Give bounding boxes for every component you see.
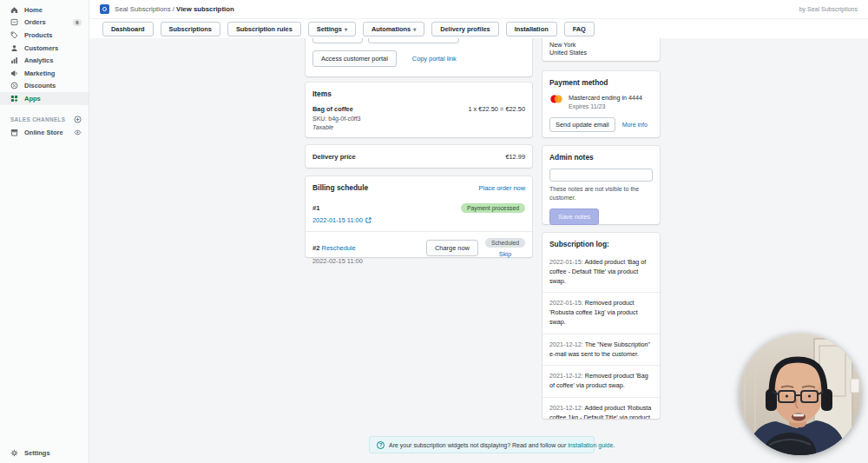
presenter-video	[740, 334, 861, 455]
payment-method-card: Payment method Mastercard ending in 4444…	[542, 71, 660, 137]
sidebar-item-products[interactable]: Products	[0, 29, 89, 42]
sidebar-item-customers[interactable]: Customers	[0, 42, 89, 55]
storefront-icon	[10, 129, 18, 136]
send-update-email-button[interactable]: Send update email	[549, 117, 615, 132]
admin-notes-helper: These notes are not visible to the custo…	[549, 185, 653, 202]
save-notes-button[interactable]: Save notes	[549, 208, 599, 225]
tab-subscription-rules[interactable]: Subscription rules	[227, 22, 301, 36]
place-order-now-link[interactable]: Place order now	[479, 184, 525, 192]
billing-row-date: 2022-02-15 11:00	[312, 257, 363, 265]
tab-subscriptions[interactable]: Subscriptions	[161, 22, 220, 36]
reschedule-link[interactable]: Reschedule	[322, 244, 356, 252]
megaphone-icon	[10, 69, 18, 77]
billing-row-2: #2 Reschedule 2022-02-15 11:00 Charge no…	[306, 232, 532, 271]
sidebar-item-apps[interactable]: Apps	[0, 92, 89, 105]
scheduled-badge: Scheduled	[485, 238, 525, 248]
product-sku: SKU: b4g-0f-c0ff3	[312, 116, 525, 122]
shopify-sidebar: Home Orders 6 Products Customers Analyti…	[0, 0, 89, 463]
customer-portal-card: Access customer portal Copy portal link	[306, 38, 532, 76]
items-card: Items Bag of coffee 1 x €22.50 = €22.50 …	[306, 83, 532, 137]
sidebar-item-home[interactable]: Home	[0, 3, 89, 17]
tab-installation[interactable]: Installation	[506, 22, 557, 36]
address-city: New York	[549, 41, 653, 50]
banner-text: Are your subscription widgets not displa…	[389, 442, 566, 448]
product-name: Bag of coffee	[312, 105, 353, 113]
question-mark-icon: ?	[377, 441, 385, 449]
access-customer-portal-button[interactable]: Access customer portal	[312, 50, 397, 67]
billing-row-1: #1 2022-01-15 11:00 Payment processed	[306, 194, 532, 231]
tab-automations[interactable]: Automations▾	[363, 22, 424, 36]
delivery-price-value: €12.99	[505, 153, 525, 161]
orders-icon	[10, 18, 18, 26]
person-icon	[10, 44, 18, 52]
items-title: Items	[312, 89, 525, 98]
view-store-eye-icon[interactable]	[74, 129, 82, 136]
sales-channels-header: SALES CHANNELS	[0, 114, 89, 126]
gear-icon	[10, 449, 18, 457]
app-tab-bar: Dashboard Subscriptions Subscription rul…	[89, 19, 868, 38]
subscription-log-title: Subscription log:	[542, 233, 660, 252]
tag-icon	[10, 31, 18, 39]
sidebar-item-online-store[interactable]: Online Store	[0, 126, 89, 139]
sidebar-item-marketing[interactable]: Marketing	[0, 67, 89, 80]
tab-settings[interactable]: Settings▾	[308, 22, 356, 36]
page-title: View subscription	[176, 5, 234, 13]
chevron-down-icon: ▾	[413, 26, 416, 32]
product-price-line: 1 x €22.50 = €22.50	[468, 105, 525, 113]
payment-status-badge: Payment processed	[461, 203, 525, 213]
payment-expires: Expires 11/23	[569, 103, 642, 109]
address-country: United States	[549, 49, 653, 57]
cutoff-button[interactable]	[368, 38, 459, 43]
sidebar-item-analytics[interactable]: Analytics	[0, 54, 89, 67]
bar-chart-icon	[10, 56, 18, 64]
copy-portal-link[interactable]: Copy portal link	[412, 55, 457, 63]
delivery-price-label: Delivery price	[312, 153, 356, 161]
product-tax-status: Taxable	[312, 124, 525, 130]
sidebar-item-discounts[interactable]: Discounts	[0, 80, 89, 93]
breadcrumb: Seal Subscriptions / View subscription	[115, 5, 234, 13]
seal-app-icon	[100, 4, 109, 14]
add-sales-channel-button[interactable]	[74, 116, 82, 123]
admin-notes-card: Admin notes These notes are not visible …	[542, 146, 660, 224]
breadcrumb-app-name[interactable]: Seal Subscriptions	[115, 5, 171, 13]
log-entry: 2021-12-12: Removed product 'Bag of coff…	[542, 366, 660, 397]
sidebar-item-orders[interactable]: Orders 6	[0, 17, 89, 30]
admin-notes-input[interactable]	[549, 169, 653, 182]
installation-guide-link[interactable]: installation guide	[568, 442, 613, 448]
apps-grid-icon	[10, 95, 18, 103]
tab-dashboard[interactable]: Dashboard	[102, 22, 154, 36]
more-info-link[interactable]: More info	[622, 122, 648, 128]
shipping-address-card: New York United States	[542, 38, 660, 61]
app-byline: by Seal Subscriptions	[799, 6, 858, 12]
billing-row-number: #2	[312, 244, 319, 252]
billing-date-link[interactable]: 2022-01-15 11:00	[312, 216, 363, 224]
admin-notes-title: Admin notes	[549, 153, 653, 162]
log-entry: 2022-01-15: Removed product 'Robusta cof…	[542, 293, 660, 333]
skip-link[interactable]: Skip	[499, 250, 511, 258]
orders-count-badge: 6	[73, 19, 82, 26]
tab-faq[interactable]: FAQ	[564, 22, 595, 36]
chevron-down-icon: ▾	[345, 26, 347, 32]
installation-help-banner: ? Are your subscription widgets not disp…	[369, 436, 595, 453]
billing-schedule-title: Billing schedule	[312, 183, 368, 192]
log-entry: 2021-12-12: Added product 'Robusta coffe…	[542, 398, 660, 419]
tab-delivery-profiles[interactable]: Delivery profiles	[431, 22, 499, 36]
charge-now-button[interactable]: Charge now	[426, 240, 478, 256]
billing-row-number: #1	[312, 204, 319, 212]
payment-method-text: Mastercard ending in 4444	[569, 94, 642, 102]
subscription-log-card: Subscription log: 2022-01-15: Added prod…	[542, 233, 660, 419]
payment-method-title: Payment method	[549, 78, 653, 87]
external-link-icon	[365, 217, 372, 223]
cutoff-button[interactable]	[312, 38, 363, 43]
delivery-price-card: Delivery price €12.99	[306, 145, 532, 168]
webcam-overlay	[740, 334, 861, 455]
billing-schedule-card: Billing schedule Place order now #1 2022…	[306, 176, 532, 257]
mastercard-icon	[549, 95, 563, 103]
log-entry: 2022-01-15: Added product 'Bag of coffee…	[542, 252, 660, 292]
log-entry: 2021-12-12: The "New Subscription" e-mai…	[542, 334, 660, 366]
percent-icon	[10, 82, 18, 89]
home-icon	[10, 6, 18, 14]
app-header: Seal Subscriptions / View subscription b…	[89, 0, 868, 19]
sidebar-item-settings[interactable]: Settings	[0, 446, 89, 460]
